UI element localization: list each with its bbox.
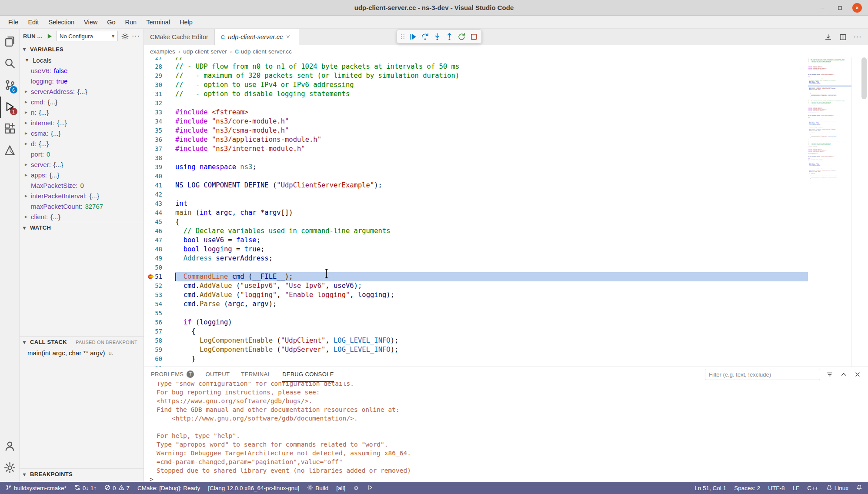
step-into-button-icon[interactable] bbox=[431, 31, 443, 42]
variable-row-internet[interactable]: ▸internet:{...} bbox=[20, 117, 144, 128]
line-number[interactable]: 29 bbox=[144, 71, 175, 80]
start-debugging-icon[interactable] bbox=[45, 32, 53, 40]
line-text[interactable]: { bbox=[175, 217, 808, 227]
menu-item-go[interactable]: Go bbox=[102, 16, 120, 29]
step-over-button-icon[interactable] bbox=[419, 31, 431, 42]
line-text[interactable]: // Declare variables used in command-lin… bbox=[175, 227, 808, 236]
code-line-37[interactable]: 37#include "ns3/internet-module.h" bbox=[144, 144, 808, 154]
code-line-42[interactable]: 42 bbox=[144, 190, 808, 199]
code-line-58[interactable]: 58 LogComponentEnable ("UdpClient", LOG_… bbox=[144, 336, 808, 345]
code-line-46[interactable]: 46 // Declare variables used in command-… bbox=[144, 227, 808, 236]
line-number[interactable]: 27 bbox=[144, 57, 175, 62]
minimap[interactable]: //// - UDP flow from n0 to n1 of 1024 by… bbox=[808, 57, 851, 367]
code-line-31[interactable]: 31// - option to disable logging stateme… bbox=[144, 90, 808, 99]
console-input[interactable]: > bbox=[150, 475, 868, 482]
line-text[interactable]: cmd.Parse (argc, argv); bbox=[175, 300, 808, 309]
activity-source-control[interactable]: 6 bbox=[0, 75, 20, 97]
status-language-mode[interactable]: C++ bbox=[803, 482, 822, 494]
line-text[interactable]: LogComponentEnable ("UdpServer", LOG_LEV… bbox=[175, 345, 808, 354]
line-text[interactable] bbox=[175, 309, 808, 318]
line-number[interactable]: 45 bbox=[144, 217, 175, 227]
code-line-41[interactable]: 41NS_LOG_COMPONENT_DEFINE ("UdpClientSer… bbox=[144, 181, 808, 190]
line-number[interactable]: 34 bbox=[144, 117, 175, 126]
status-cmake-build[interactable]: Build bbox=[303, 482, 332, 494]
line-text[interactable]: cmd.AddValue ("useIpv6", "Use Ipv6", use… bbox=[175, 281, 808, 290]
split-editor-icon[interactable] bbox=[838, 33, 847, 41]
line-text[interactable]: LogComponentEnable ("UdpClient", LOG_LEV… bbox=[175, 336, 808, 345]
line-text[interactable]: } bbox=[175, 354, 808, 364]
activity-explorer[interactable] bbox=[0, 31, 20, 53]
close-button[interactable] bbox=[852, 3, 862, 13]
more-actions-icon[interactable]: ··· bbox=[132, 32, 140, 40]
status-cmake-debug[interactable] bbox=[349, 482, 363, 494]
code-line-52[interactable]: 52 cmd.AddValue ("useIpv6", "Use Ipv6", … bbox=[144, 281, 808, 290]
code-line-35[interactable]: 35#include "ns3/csma-module.h" bbox=[144, 126, 808, 135]
line-number[interactable]: 59 bbox=[144, 345, 175, 354]
line-text[interactable]: #include "ns3/applications-module.h" bbox=[175, 135, 808, 144]
variable-row-interPacketInterval[interactable]: ▸interPacketInterval:{...} bbox=[20, 190, 144, 201]
line-text[interactable]: // - option to use IPv4 or IPv6 addressi… bbox=[175, 80, 808, 90]
call-stack-section-header[interactable]: ▾ CALL STACK PAUSED ON BREAKPOINT bbox=[20, 336, 144, 347]
line-number[interactable]: 35 bbox=[144, 126, 175, 135]
line-text[interactable]: #include "ns3/csma-module.h" bbox=[175, 126, 808, 135]
status-os[interactable]: Linux bbox=[822, 482, 852, 494]
menu-item-view[interactable]: View bbox=[79, 16, 102, 29]
panel-tab-problems[interactable]: PROBLEMS7 bbox=[151, 367, 194, 382]
configure-gear-icon[interactable] bbox=[120, 32, 129, 40]
code-line-29[interactable]: 29// - maximum of 320 packets sent (or l… bbox=[144, 71, 808, 80]
line-text[interactable] bbox=[175, 154, 808, 163]
line-number[interactable]: 39 bbox=[144, 163, 175, 172]
line-number[interactable]: 42 bbox=[144, 190, 175, 199]
panel-tab-terminal[interactable]: TERMINAL bbox=[241, 367, 271, 382]
code-line-54[interactable]: 54 cmd.Parse (argc, argv); bbox=[144, 300, 808, 309]
continue-button-icon[interactable] bbox=[407, 31, 418, 42]
status-cmake-status[interactable]: CMake: [Debug]: Ready bbox=[134, 482, 204, 494]
line-text[interactable]: Address serverAddress; bbox=[175, 254, 808, 263]
line-number[interactable]: 40 bbox=[144, 172, 175, 181]
code-line-34[interactable]: 34#include "ns3/core-module.h" bbox=[144, 117, 808, 126]
code-line-53[interactable]: 53 cmd.AddValue ("logging", "Enable logg… bbox=[144, 290, 808, 300]
code-line-49[interactable]: 49 Address serverAddress; bbox=[144, 254, 808, 263]
code-line-51[interactable]: 51 CommandLine cmd (__FILE__); bbox=[144, 272, 808, 281]
line-number[interactable]: 36 bbox=[144, 135, 175, 144]
status-encoding[interactable]: UTF-8 bbox=[764, 482, 788, 494]
line-number[interactable]: 55 bbox=[144, 309, 175, 318]
variable-row-csma[interactable]: ▸csma:{...} bbox=[20, 128, 144, 138]
filter-icon[interactable] bbox=[825, 370, 834, 379]
breadcrumb-item-2[interactable]: Cudp-client-server.cc bbox=[235, 48, 292, 55]
panel-tab-output[interactable]: OUTPUT bbox=[205, 367, 230, 382]
line-number[interactable]: 57 bbox=[144, 327, 175, 336]
code-line-38[interactable]: 38 bbox=[144, 154, 808, 163]
drag-handle-icon[interactable] bbox=[399, 31, 406, 42]
line-number[interactable]: 44 bbox=[144, 208, 175, 217]
more-actions-icon[interactable]: ··· bbox=[853, 33, 862, 41]
menu-item-file[interactable]: File bbox=[3, 16, 23, 29]
open-changes-icon[interactable] bbox=[824, 33, 832, 41]
line-number[interactable]: 47 bbox=[144, 236, 175, 245]
variable-row-MaxPacketSize[interactable]: MaxPacketSize:0 bbox=[20, 180, 144, 190]
line-number[interactable]: 38 bbox=[144, 154, 175, 163]
code-line-55[interactable]: 55 bbox=[144, 309, 808, 318]
menu-item-selection[interactable]: Selection bbox=[43, 16, 79, 29]
line-text[interactable]: #include "ns3/internet-module.h" bbox=[175, 144, 808, 154]
line-text[interactable]: // - option to disable logging statement… bbox=[175, 90, 808, 99]
status-cursor-position[interactable]: Ln 51, Col 1 bbox=[691, 482, 730, 494]
activity-extensions[interactable] bbox=[0, 118, 20, 140]
stop-button-icon[interactable] bbox=[468, 31, 479, 42]
restart-button-icon[interactable] bbox=[456, 31, 467, 42]
activity-account[interactable] bbox=[0, 436, 20, 457]
line-text[interactable]: int bbox=[175, 199, 808, 208]
line-number[interactable]: 41 bbox=[144, 181, 175, 190]
variable-row-apps[interactable]: ▸apps:{...} bbox=[20, 170, 144, 180]
line-number[interactable]: 53 bbox=[144, 290, 175, 300]
activity-search[interactable] bbox=[0, 53, 20, 75]
line-text[interactable]: // bbox=[175, 57, 808, 62]
line-number[interactable]: 30 bbox=[144, 80, 175, 90]
code-line-59[interactable]: 59 LogComponentEnable ("UdpServer", LOG_… bbox=[144, 345, 808, 354]
close-panel-icon[interactable] bbox=[853, 370, 862, 379]
menu-item-terminal[interactable]: Terminal bbox=[141, 16, 175, 29]
debug-configuration-dropdown[interactable]: No Configura ▾ bbox=[56, 31, 118, 41]
status-problems[interactable]: 07 bbox=[100, 482, 134, 494]
line-number[interactable]: 33 bbox=[144, 108, 175, 117]
status-notifications[interactable] bbox=[852, 482, 866, 494]
